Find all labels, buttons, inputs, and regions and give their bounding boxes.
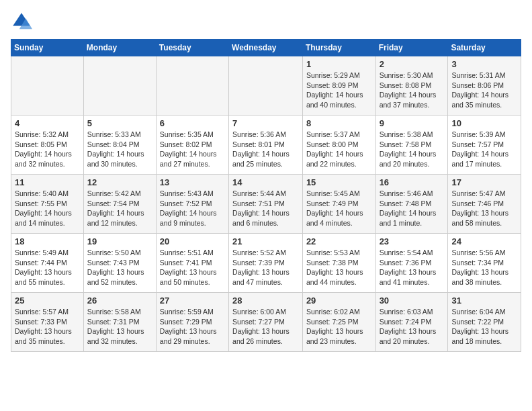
day-number: 23: [380, 236, 445, 246]
calendar-header-wednesday: Wednesday: [229, 40, 303, 56]
calendar-cell: 17Sunrise: 5:47 AM Sunset: 7:46 PM Dayli…: [448, 175, 521, 234]
calendar-cell: 18Sunrise: 5:49 AM Sunset: 7:44 PM Dayli…: [11, 234, 84, 293]
calendar-cell: [83, 56, 156, 116]
day-info: Sunrise: 5:38 AM Sunset: 7:58 PM Dayligh…: [380, 130, 445, 169]
day-info: Sunrise: 5:45 AM Sunset: 7:49 PM Dayligh…: [306, 189, 372, 228]
calendar-cell: 15Sunrise: 5:45 AM Sunset: 7:49 PM Dayli…: [302, 175, 375, 234]
day-number: 13: [160, 177, 225, 187]
calendar-week-row: 25Sunrise: 5:57 AM Sunset: 7:33 PM Dayli…: [11, 293, 521, 352]
day-number: 10: [451, 118, 517, 128]
day-number: 6: [160, 118, 225, 128]
calendar-cell: 30Sunrise: 6:03 AM Sunset: 7:24 PM Dayli…: [375, 293, 448, 352]
day-number: 30: [380, 295, 445, 306]
calendar-cell: 25Sunrise: 5:57 AM Sunset: 7:33 PM Dayli…: [11, 293, 84, 352]
day-number: 22: [306, 236, 372, 246]
day-number: 3: [451, 59, 517, 69]
day-number: 9: [380, 118, 445, 128]
calendar-cell: 7Sunrise: 5:36 AM Sunset: 8:01 PM Daylig…: [229, 116, 303, 175]
day-number: 17: [451, 177, 517, 187]
calendar-header-tuesday: Tuesday: [156, 40, 228, 56]
calendar-cell: 11Sunrise: 5:40 AM Sunset: 7:55 PM Dayli…: [11, 175, 84, 234]
day-number: 15: [306, 177, 372, 187]
day-number: 14: [232, 177, 299, 187]
day-number: 18: [15, 236, 80, 246]
day-number: 31: [451, 295, 517, 306]
calendar-cell: 21Sunrise: 5:52 AM Sunset: 7:39 PM Dayli…: [229, 234, 303, 293]
calendar-week-row: 11Sunrise: 5:40 AM Sunset: 7:55 PM Dayli…: [11, 175, 521, 234]
day-info: Sunrise: 5:39 AM Sunset: 7:57 PM Dayligh…: [451, 130, 517, 169]
day-number: 5: [87, 118, 152, 128]
day-info: Sunrise: 5:29 AM Sunset: 8:09 PM Dayligh…: [306, 71, 372, 110]
logo-icon: [11, 11, 32, 32]
day-info: Sunrise: 6:02 AM Sunset: 7:25 PM Dayligh…: [306, 307, 372, 347]
calendar-cell: 6Sunrise: 5:35 AM Sunset: 8:02 PM Daylig…: [156, 116, 228, 175]
calendar-cell: 1Sunrise: 5:29 AM Sunset: 8:09 PM Daylig…: [302, 56, 375, 116]
calendar-cell: 29Sunrise: 6:02 AM Sunset: 7:25 PM Dayli…: [302, 293, 375, 352]
day-info: Sunrise: 5:58 AM Sunset: 7:31 PM Dayligh…: [87, 307, 152, 347]
day-number: 26: [87, 295, 152, 306]
calendar-header-monday: Monday: [83, 40, 156, 56]
calendar-cell: [229, 56, 303, 116]
calendar-cell: 20Sunrise: 5:51 AM Sunset: 7:41 PM Dayli…: [156, 234, 228, 293]
calendar-cell: 9Sunrise: 5:38 AM Sunset: 7:58 PM Daylig…: [375, 116, 448, 175]
calendar-cell: 14Sunrise: 5:44 AM Sunset: 7:51 PM Dayli…: [229, 175, 303, 234]
calendar-cell: 19Sunrise: 5:50 AM Sunset: 7:43 PM Dayli…: [83, 234, 156, 293]
day-info: Sunrise: 5:47 AM Sunset: 7:46 PM Dayligh…: [451, 189, 517, 228]
calendar-cell: [156, 56, 228, 116]
day-info: Sunrise: 5:42 AM Sunset: 7:54 PM Dayligh…: [87, 189, 152, 228]
day-info: Sunrise: 5:52 AM Sunset: 7:39 PM Dayligh…: [232, 248, 299, 287]
page-header: [11, 11, 521, 32]
day-number: 19: [87, 236, 152, 246]
logo: [11, 11, 35, 32]
day-info: Sunrise: 6:04 AM Sunset: 7:22 PM Dayligh…: [451, 307, 517, 347]
day-info: Sunrise: 5:43 AM Sunset: 7:52 PM Dayligh…: [160, 189, 225, 228]
day-info: Sunrise: 5:50 AM Sunset: 7:43 PM Dayligh…: [87, 248, 152, 287]
calendar-cell: 22Sunrise: 5:53 AM Sunset: 7:38 PM Dayli…: [302, 234, 375, 293]
day-number: 29: [306, 295, 372, 306]
day-number: 21: [232, 236, 299, 246]
day-info: Sunrise: 5:49 AM Sunset: 7:44 PM Dayligh…: [15, 248, 80, 287]
calendar-cell: 3Sunrise: 5:31 AM Sunset: 8:06 PM Daylig…: [448, 56, 521, 116]
calendar-table: SundayMondayTuesdayWednesdayThursdayFrid…: [11, 39, 521, 352]
calendar-cell: [11, 56, 84, 116]
day-number: 16: [380, 177, 445, 187]
day-info: Sunrise: 5:30 AM Sunset: 8:08 PM Dayligh…: [380, 71, 445, 110]
day-info: Sunrise: 5:35 AM Sunset: 8:02 PM Dayligh…: [160, 130, 225, 169]
day-info: Sunrise: 5:56 AM Sunset: 7:34 PM Dayligh…: [451, 248, 517, 287]
day-info: Sunrise: 5:36 AM Sunset: 8:01 PM Dayligh…: [232, 130, 299, 169]
calendar-header-thursday: Thursday: [302, 40, 375, 56]
day-number: 25: [15, 295, 80, 306]
calendar-cell: 27Sunrise: 5:59 AM Sunset: 7:29 PM Dayli…: [156, 293, 228, 352]
calendar-week-row: 18Sunrise: 5:49 AM Sunset: 7:44 PM Dayli…: [11, 234, 521, 293]
calendar-cell: 8Sunrise: 5:37 AM Sunset: 8:00 PM Daylig…: [302, 116, 375, 175]
calendar-cell: 26Sunrise: 5:58 AM Sunset: 7:31 PM Dayli…: [83, 293, 156, 352]
day-info: Sunrise: 5:54 AM Sunset: 7:36 PM Dayligh…: [380, 248, 445, 287]
calendar-header-friday: Friday: [375, 40, 448, 56]
day-info: Sunrise: 5:57 AM Sunset: 7:33 PM Dayligh…: [15, 307, 80, 347]
day-number: 11: [15, 177, 80, 187]
day-info: Sunrise: 5:53 AM Sunset: 7:38 PM Dayligh…: [306, 248, 372, 287]
day-number: 12: [87, 177, 152, 187]
day-number: 20: [160, 236, 225, 246]
day-number: 24: [451, 236, 517, 246]
day-number: 28: [232, 295, 299, 306]
calendar-cell: 12Sunrise: 5:42 AM Sunset: 7:54 PM Dayli…: [83, 175, 156, 234]
calendar-cell: 28Sunrise: 6:00 AM Sunset: 7:27 PM Dayli…: [229, 293, 303, 352]
calendar-cell: 24Sunrise: 5:56 AM Sunset: 7:34 PM Dayli…: [448, 234, 521, 293]
calendar-header-sunday: Sunday: [11, 40, 84, 56]
day-info: Sunrise: 5:59 AM Sunset: 7:29 PM Dayligh…: [160, 307, 225, 347]
day-number: 7: [232, 118, 299, 128]
day-number: 8: [306, 118, 372, 128]
day-info: Sunrise: 5:44 AM Sunset: 7:51 PM Dayligh…: [232, 189, 299, 228]
calendar-week-row: 4Sunrise: 5:32 AM Sunset: 8:05 PM Daylig…: [11, 116, 521, 175]
day-info: Sunrise: 5:32 AM Sunset: 8:05 PM Dayligh…: [15, 130, 80, 169]
day-number: 1: [306, 59, 372, 69]
day-info: Sunrise: 6:00 AM Sunset: 7:27 PM Dayligh…: [232, 307, 299, 347]
calendar-header-row: SundayMondayTuesdayWednesdayThursdayFrid…: [11, 40, 521, 56]
day-info: Sunrise: 6:03 AM Sunset: 7:24 PM Dayligh…: [380, 307, 445, 347]
calendar-week-row: 1Sunrise: 5:29 AM Sunset: 8:09 PM Daylig…: [11, 56, 521, 116]
calendar-cell: 10Sunrise: 5:39 AM Sunset: 7:57 PM Dayli…: [448, 116, 521, 175]
calendar-cell: 31Sunrise: 6:04 AM Sunset: 7:22 PM Dayli…: [448, 293, 521, 352]
day-info: Sunrise: 5:31 AM Sunset: 8:06 PM Dayligh…: [451, 71, 517, 110]
calendar-cell: 13Sunrise: 5:43 AM Sunset: 7:52 PM Dayli…: [156, 175, 228, 234]
